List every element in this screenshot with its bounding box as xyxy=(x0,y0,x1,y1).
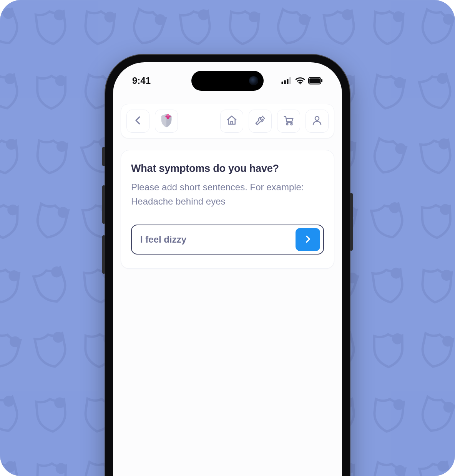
nav-home-button[interactable] xyxy=(220,110,243,133)
cart-icon xyxy=(283,115,294,128)
front-camera xyxy=(249,76,258,85)
home-icon xyxy=(226,115,237,128)
symptom-card: What symptoms do you have? Please add sh… xyxy=(121,150,334,269)
svg-rect-100 xyxy=(167,114,169,117)
status-indicators xyxy=(281,77,323,85)
svg-rect-96 xyxy=(309,78,320,83)
person-icon xyxy=(311,115,323,128)
svg-rect-97 xyxy=(321,79,322,82)
submit-button[interactable] xyxy=(296,228,320,251)
status-time: 9:41 xyxy=(132,75,151,86)
app-content: What symptoms do you have? Please add sh… xyxy=(113,104,342,476)
svg-rect-92 xyxy=(287,79,289,85)
svg-rect-91 xyxy=(284,80,286,84)
chevron-right-icon xyxy=(303,234,313,245)
svg-point-60 xyxy=(2,394,16,408)
phone-power-button xyxy=(350,193,353,251)
wifi-icon xyxy=(295,77,305,85)
chevron-left-icon xyxy=(132,115,144,128)
svg-point-101 xyxy=(286,123,288,125)
question-title: What symptoms do you have? xyxy=(131,163,324,175)
cellular-signal-icon xyxy=(281,77,292,84)
phone-side-button xyxy=(102,147,105,166)
symptom-input-row xyxy=(131,225,324,255)
symptom-input[interactable] xyxy=(140,234,291,245)
svg-point-41 xyxy=(50,265,64,279)
stage-background: 9:41 xyxy=(0,0,455,476)
svg-rect-93 xyxy=(289,77,291,84)
question-subtitle: Please add short sentences. For example:… xyxy=(131,180,324,208)
svg-point-11 xyxy=(55,75,66,86)
phone-volume-down xyxy=(102,235,105,274)
app-logo-button[interactable] xyxy=(155,110,178,133)
svg-rect-90 xyxy=(282,82,284,84)
svg-point-58 xyxy=(392,333,403,345)
nav-tools-button[interactable] xyxy=(249,110,272,133)
svg-point-102 xyxy=(291,123,292,125)
svg-point-103 xyxy=(315,117,319,120)
phone-volume-up xyxy=(102,185,105,224)
back-button[interactable] xyxy=(126,110,149,133)
battery-icon xyxy=(308,77,323,85)
svg-point-94 xyxy=(299,83,301,84)
nav-cart-button[interactable] xyxy=(277,110,300,133)
svg-point-0 xyxy=(2,7,15,20)
shield-plus-logo-icon xyxy=(159,113,174,130)
nav-profile-button[interactable] xyxy=(306,110,329,133)
phone-screen: 9:41 xyxy=(113,62,342,476)
tools-icon xyxy=(254,115,266,128)
phone-frame: 9:41 xyxy=(105,55,350,476)
top-nav xyxy=(121,104,334,138)
dynamic-island xyxy=(191,71,264,91)
